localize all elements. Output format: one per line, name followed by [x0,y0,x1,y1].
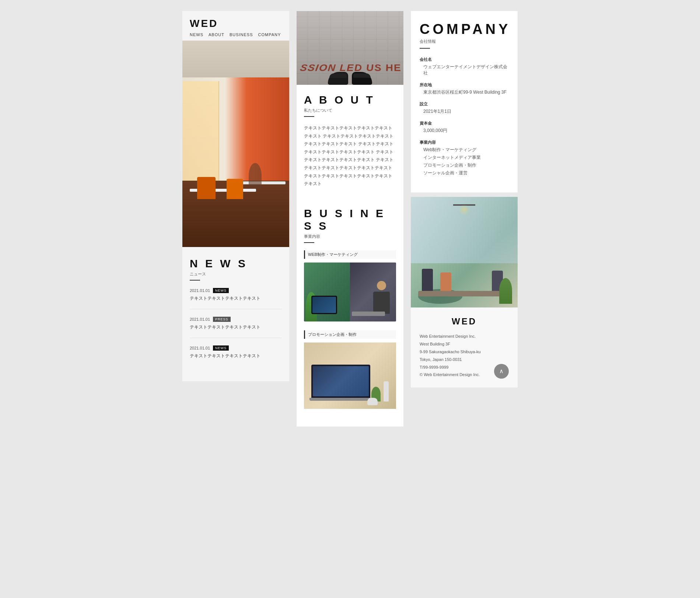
nav-links: NEWS ABOUT BUSINESS COMPANY [190,32,282,37]
nav-link-news[interactable]: NEWS [190,32,203,37]
about-title-ja: 私たちについて [304,108,396,113]
site-logo: WED [190,18,282,29]
desk-element-2 [241,181,286,184]
news-date-3: 2021.01.01 [190,346,210,350]
business-list-item-2: インターネットメディア事業 [423,154,509,161]
company-divider [420,48,430,49]
nav-link-business[interactable]: BUSINESS [230,32,253,37]
business-list-item-3: プロモーション企画・制作 [423,162,509,168]
laptop-screen [311,365,370,398]
left-panel: WED NEWS ABOUT BUSINESS COMPANY N E W S … [182,11,289,381]
company-value-address: 東京都渋谷区桜丘町99-9 West Building 3F [420,89,509,95]
news-meta-1: 2021.01.01 NEWS [190,288,282,293]
laptop-shape [311,365,370,401]
news-section: N E W S ニュース 2021.01.01 NEWS テキストテキストテキス… [182,247,289,381]
nav-link-about[interactable]: ABOUT [209,32,224,37]
footer-address-line2: 9-99 Sakuragaokacho Shibuya-ku [420,350,481,354]
company-info-address: 所在地 東京都渋谷区桜丘町99-9 West Building 3F [420,82,509,95]
footer-address-line1: West Building 3F [420,342,450,346]
company-info-business: 事業内容 Web制作・マーケティング インターネットメディア事業 プロモーション… [420,140,509,176]
bottle-shape [384,381,389,401]
news-item: 2021.01.01 NEWS テキストテキストテキストテキスト [190,288,282,309]
office-window [182,81,219,192]
promo-image [304,343,396,409]
company-title: COMPANY [420,21,509,37]
meeting-lamp [453,204,475,206]
laptop-screen-content [313,366,369,396]
biz-img-left-1 [304,263,350,321]
news-date-1: 2021.01.01 [190,288,210,293]
footer-phone: T/99-9999-9999 [420,365,448,369]
news-title-ja: ニュース [190,271,282,277]
meeting-plant [499,278,512,304]
shoes-area [328,72,372,85]
nav-link-company[interactable]: COMPANY [258,32,281,37]
mouse-shape [367,398,378,405]
footer-company-en: Web Entertainment Design Inc. [420,334,476,338]
keyboard-shape [352,312,385,316]
center-panel: SSION LED US HE A B O U T 私たちについて テキストテキ… [297,11,403,427]
meeting-table [418,291,510,296]
news-badge-2: PRESS [213,317,231,322]
about-title-en: A B O U T [304,94,396,106]
business-image-1 [304,263,396,321]
footer-logo: WED [420,316,509,327]
monitor-shape [311,296,337,314]
company-value-established: 2021年1月1日 [420,108,509,115]
company-label-business: 事業内容 [420,140,509,145]
business-category-1: WEB制作・マーケティング [304,250,396,321]
office-ceiling [182,41,289,77]
news-divider [190,280,200,281]
company-info-name: 会社名 ウェブエンターテイメントデザイン株式会社 [420,57,509,76]
news-item: 2021.01.01 NEWS テキストテキストテキストテキスト [190,345,282,366]
company-value-name: ウェブエンターテイメントデザイン株式会社 [420,64,509,76]
person-head [377,281,386,290]
company-photo [411,197,518,307]
news-date-2: 2021.01.01 [190,317,210,321]
business-divider [304,242,314,243]
laptop-base [309,398,372,401]
monitor-screen [312,297,336,313]
news-item: 2021.01.01 PRESS テキストテキストテキストテキスト [190,317,282,338]
meeting-scene [411,197,518,307]
company-card: COMPANY 会社情報 会社名 ウェブエンターテイメントデザイン株式会社 所在… [411,11,518,192]
company-info-established: 設立 2021年1月1日 [420,101,509,115]
news-meta-3: 2021.01.01 NEWS [190,345,282,351]
news-text-2: テキストテキストテキストテキスト [190,324,282,330]
biz-img-right-1 [350,263,396,321]
news-badge-3: NEWS [213,345,229,351]
news-text-3: テキストテキストテキストテキスト [190,353,282,359]
news-text-1: テキストテキストテキストテキスト [190,295,282,302]
about-body-text: テキストテキストテキストテキストテキストテキスト テキストテキストテキストテキス… [304,124,396,188]
footer-address-line3: Tokyo, Japan 150-0031 [420,357,462,362]
news-badge-1: NEWS [213,288,229,293]
business-list-item-4: ソーシャル企画・運営 [423,170,509,176]
about-divider [304,116,314,117]
person-silhouette [249,163,262,189]
shoe-left [328,72,348,85]
business-category-2: プロモーション企画・制作 [304,330,396,409]
meeting-person-2 [440,272,451,291]
company-label-capital: 資本金 [420,121,509,126]
meeting-person-1 [422,269,433,291]
news-title-en: N E W S [190,257,282,270]
about-hero-image: SSION LED US HE [297,11,403,85]
business-list-item-1: Web制作・マーケティング [423,147,509,153]
business-title-ja: 事業内容 [304,234,396,239]
left-header: WED NEWS ABOUT BUSINESS COMPANY [182,11,289,41]
hero-image [182,41,289,247]
company-label-address: 所在地 [420,82,509,88]
chair-element-1 [197,177,216,199]
company-value-capital: 3,000,000円 [420,128,509,134]
news-meta-2: 2021.01.01 PRESS [190,317,282,322]
footer-copyright: © Web Entertainment Design Inc. [420,372,480,377]
office-scene [182,41,289,247]
chevron-up-icon: ∧ [499,368,504,374]
business-list: Web制作・マーケティング インターネットメディア事業 プロモーション企画・制作… [420,147,509,176]
right-panel: COMPANY 会社情報 会社名 ウェブエンターテイメントデザイン株式会社 所在… [411,11,518,387]
footer-wrapper: WED Web Entertainment Design Inc. West B… [411,307,518,387]
chair-element-2 [227,179,243,199]
shoe-right [352,72,372,85]
company-info-capital: 資本金 3,000,000円 [420,121,509,134]
business-category-label-1: WEB制作・マーケティング [304,250,396,259]
